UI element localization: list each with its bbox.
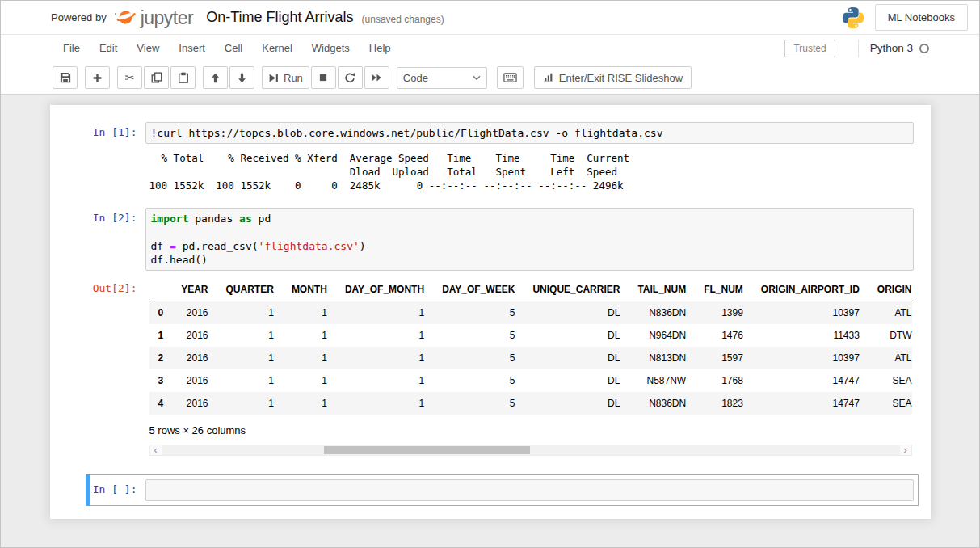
cell-gap — [86, 464, 919, 472]
dataframe-column-header: TAIL_NUM — [629, 278, 695, 301]
dataframe-cell: 1 — [336, 347, 433, 369]
dataframe-cell: ATL — [869, 347, 912, 369]
menu-help[interactable]: Help — [360, 36, 401, 60]
kernel-idle-icon — [919, 44, 929, 53]
move-cell-down-button[interactable] — [229, 66, 254, 89]
cell-type-select[interactable]: Code — [397, 67, 487, 89]
cell-2-code-editor[interactable]: import pandas as pd df = pd.read_csv('fl… — [145, 208, 914, 271]
code-cell-3-selected[interactable]: In [ ]: — [86, 474, 919, 506]
scroll-right-arrow-icon[interactable]: › — [900, 445, 911, 455]
restart-run-all-button[interactable] — [364, 66, 389, 89]
dataframe-cell: ATL — [869, 301, 912, 325]
arrow-down-icon — [237, 73, 247, 83]
scroll-left-arrow-icon[interactable]: ‹ — [150, 445, 162, 455]
notebook-title[interactable]: On-Time Flight Arrivals — [206, 9, 353, 26]
cell-1-code-editor[interactable]: !curl https://topcs.blob.core.windows.ne… — [145, 122, 914, 144]
toolbar: ✂ — [1, 61, 979, 95]
checkpoint-status: (unsaved changes) — [362, 14, 444, 25]
cell-3-input-row: In [ ]: — [90, 479, 914, 501]
add-cell-button[interactable] — [85, 66, 110, 89]
copy-cell-button[interactable] — [144, 66, 169, 89]
trusted-badge[interactable]: Trusted — [784, 40, 835, 57]
scrollbar-thumb[interactable] — [324, 446, 531, 454]
dataframe-cell: 1768 — [695, 369, 752, 392]
dataframe-cell: DL — [524, 324, 629, 347]
rise-slideshow-button[interactable]: Enter/Exit RISE Slideshow — [534, 66, 692, 89]
ml-notebooks-button[interactable]: ML Notebooks — [875, 4, 968, 31]
dataframe-cell: 1597 — [695, 347, 752, 369]
dataframe-cell: 14747 — [752, 392, 869, 415]
menu-edit[interactable]: Edit — [90, 36, 127, 60]
dataframe-cell: 2016 — [172, 347, 217, 369]
dataframe-cell: 2016 — [172, 324, 217, 347]
dataframe-cell: DL — [524, 301, 629, 325]
dataframe-cell: 2016 — [172, 369, 217, 392]
dataframe-column-header: DAY_OF_MONTH — [336, 278, 433, 301]
dataframe-row-index: 2 — [149, 347, 173, 369]
dataframe-cell: DTW — [869, 324, 912, 347]
dataframe-column-header: UNIQUE_CARRIER — [524, 278, 629, 301]
menu-file[interactable]: File — [53, 36, 90, 60]
dataframe-row: 020161115DLN836DN139910397ATL... — [149, 301, 912, 325]
dataframe-scroll-region: YEARQUARTERMONTHDAY_OF_MONTHDAY_OF_WEEKU… — [149, 278, 912, 415]
plus-icon — [92, 73, 103, 83]
command-palette-button[interactable] — [497, 66, 524, 89]
menu-kernel[interactable]: Kernel — [252, 36, 302, 60]
paste-icon — [178, 72, 189, 83]
dataframe-cell: 5 — [433, 324, 524, 347]
dataframe-row-index: 3 — [149, 369, 173, 392]
cell-2-out-prompt: Out[2]: — [90, 271, 145, 459]
cell-type-value: Code — [403, 72, 428, 84]
menu-view[interactable]: View — [127, 36, 169, 60]
save-button[interactable] — [53, 66, 78, 89]
paste-cell-button[interactable] — [170, 66, 196, 89]
dataframe-cell: N964DN — [629, 324, 695, 347]
cell-1-output-row: % Total % Received % Xferd Average Speed… — [90, 144, 914, 196]
dataframe-row: 120161115DLN964DN147611433DTW... — [149, 324, 912, 347]
menu-insert[interactable]: Insert — [169, 36, 215, 60]
curl-progress-output: % Total % Received % Xferd Average Speed… — [149, 151, 912, 192]
powered-by-label: Powered by — [51, 11, 107, 23]
code-cell-2[interactable]: In [2]: import pandas as pd df = pd.read… — [86, 203, 919, 464]
run-cell-button[interactable]: Run — [262, 66, 309, 89]
kernel-name: Python 3 — [870, 42, 913, 54]
dataframe-cell: SEA — [869, 392, 912, 415]
dataframe-table: YEARQUARTERMONTHDAY_OF_MONTHDAY_OF_WEEKU… — [149, 278, 912, 415]
restart-kernel-button[interactable] — [338, 66, 363, 89]
dataframe-cell: 1 — [283, 347, 336, 369]
dataframe-row-index: 0 — [149, 301, 173, 325]
cell-1-output-area: % Total % Received % Xferd Average Speed… — [145, 144, 914, 196]
run-icon — [268, 73, 279, 83]
interrupt-kernel-button[interactable] — [311, 66, 336, 89]
dataframe-cell: N587NW — [629, 369, 695, 392]
copy-icon — [151, 72, 162, 83]
menu-cell[interactable]: Cell — [215, 36, 252, 60]
dataframe-cell: 5 — [433, 301, 524, 325]
dataframe-cell: DL — [524, 369, 629, 392]
dataframe-cell: 1 — [336, 324, 433, 347]
dataframe-cell: 5 — [433, 392, 524, 415]
cell-1-output-prompt — [90, 144, 145, 196]
scrollbar-track[interactable] — [162, 445, 900, 455]
cell-1-code: !curl https://topcs.blob.core.windows.ne… — [151, 126, 908, 140]
cell-2-in-prompt: In [2]: — [90, 208, 145, 271]
dataframe-column-header: MONTH — [283, 278, 336, 301]
dataframe-cell: 1 — [283, 301, 336, 325]
dataframe-column-header: ORIGIN_AIRPORT_ID — [752, 278, 869, 301]
scissors-icon: ✂ — [125, 72, 135, 83]
dataframe-cell: 1 — [217, 369, 283, 392]
rise-slideshow-label: Enter/Exit RISE Slideshow — [559, 72, 683, 84]
menu-widgets[interactable]: Widgets — [302, 36, 360, 60]
cell-3-code-editor[interactable] — [145, 479, 914, 501]
dataframe-row-index: 4 — [149, 392, 173, 415]
dataframe-cell: 1823 — [695, 392, 752, 415]
code-cell-1[interactable]: In [1]: !curl https://topcs.blob.core.wi… — [86, 117, 919, 200]
horizontal-scrollbar[interactable]: ‹ › — [149, 445, 912, 456]
move-cell-up-button[interactable] — [203, 66, 228, 89]
browser-window: Powered by jupyter On-Time Flight Arriva… — [0, 0, 980, 548]
dataframe-cell: 5 — [433, 369, 524, 392]
dataframe-column-header — [149, 278, 173, 301]
jupyter-logo-text: jupyter — [141, 7, 194, 29]
dataframe-cell: N813DN — [629, 347, 695, 369]
cut-cell-button[interactable]: ✂ — [117, 66, 142, 89]
